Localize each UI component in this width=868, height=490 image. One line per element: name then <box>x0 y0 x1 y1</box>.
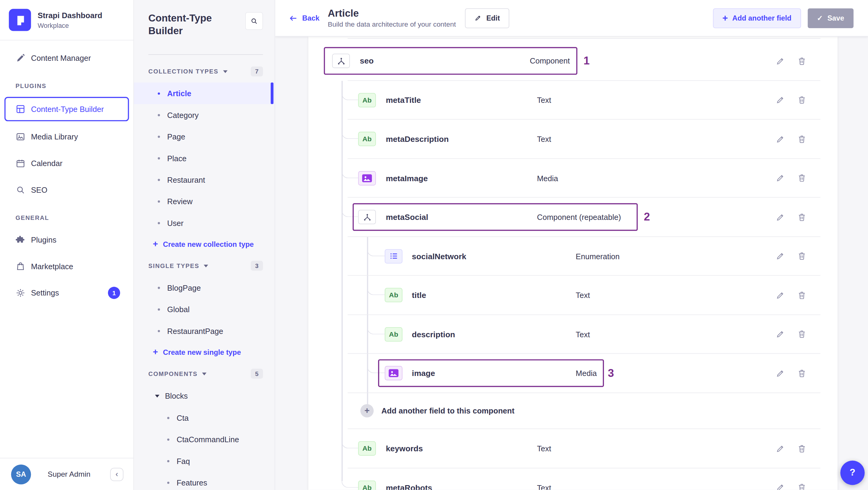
section-label: SINGLE TYPES <box>149 263 199 269</box>
edit-field-button[interactable] <box>773 327 787 341</box>
brand-text: Strapi Dashboard Workplace <box>37 11 102 29</box>
delete-field-button[interactable] <box>795 93 809 108</box>
sidebar-item-content-type-builder[interactable]: Content-Type Builder <box>4 97 129 121</box>
delete-field-button[interactable] <box>795 210 809 224</box>
pencil-icon <box>775 369 784 378</box>
back-link[interactable]: Back <box>289 13 319 22</box>
save-button[interactable]: ✓ Save <box>807 8 854 28</box>
add-field-label: Add another field <box>732 14 792 22</box>
edit-field-button[interactable] <box>773 171 787 185</box>
delete-field-button[interactable] <box>795 54 809 68</box>
type-item-restaurantpage[interactable]: RestaurantPage <box>134 320 275 341</box>
edit-field-button[interactable] <box>773 288 787 303</box>
bullet-icon <box>158 200 160 202</box>
pencil-icon <box>775 95 784 105</box>
delete-field-button[interactable] <box>795 366 809 380</box>
sidebar-item-settings[interactable]: Settings1 <box>0 279 133 306</box>
type-item-place[interactable]: Place <box>134 147 275 169</box>
sidebar-item-label: Content-Type Builder <box>31 105 104 114</box>
type-item-restaurant[interactable]: Restaurant <box>134 169 275 190</box>
edit-field-button[interactable] <box>773 93 787 108</box>
component-item-features[interactable]: Features <box>134 471 275 490</box>
bullet-icon <box>158 157 160 159</box>
trash-icon <box>797 212 806 222</box>
avatar[interactable]: SA <box>11 464 31 484</box>
search-button[interactable] <box>245 12 263 30</box>
bullet-icon <box>158 114 160 116</box>
field-row-seo: seoComponent1 <box>309 41 838 81</box>
image-icon <box>16 132 25 142</box>
chevron-down-icon <box>202 372 207 375</box>
help-button[interactable]: ? <box>840 461 865 485</box>
component-item-cta[interactable]: Cta <box>134 407 275 428</box>
edit-field-button[interactable] <box>773 366 787 380</box>
sidebar-item-plugins[interactable]: Plugins <box>0 226 133 253</box>
component-item-ctacommandline[interactable]: CtaCommandLine <box>134 429 275 450</box>
brand: Strapi Dashboard Workplace <box>0 0 133 40</box>
bullet-icon <box>167 417 169 419</box>
sidebar-item-content-manager[interactable]: Content Manager <box>0 45 133 71</box>
add-another-field-button[interactable]: + Add another field <box>713 8 801 28</box>
type-item-label: Global <box>167 305 190 314</box>
strapi-logo-icon[interactable] <box>9 9 31 31</box>
type-item-label: User <box>167 218 184 227</box>
type-item-page[interactable]: Page <box>134 125 275 147</box>
edit-field-button[interactable] <box>773 441 787 456</box>
delete-field-button[interactable] <box>795 132 809 146</box>
section-header-collection-types[interactable]: COLLECTION TYPES7 <box>134 61 275 83</box>
edit-button[interactable]: Edit <box>465 8 509 28</box>
field-name: metaRobots <box>386 483 432 490</box>
field-name: metaSocial <box>386 213 428 221</box>
section-header-components[interactable]: COMPONENTS5 <box>134 363 275 385</box>
edit-field-button[interactable] <box>773 132 787 146</box>
add-field-to-component-row[interactable]: +Add another field to this component <box>309 393 838 429</box>
field-type: Media <box>537 174 558 182</box>
plus-circle-icon[interactable]: + <box>361 404 374 418</box>
component-field-icon <box>332 54 350 68</box>
field-row-metarobots: AbmetaRobotsText <box>309 468 838 490</box>
pencil-icon <box>775 251 784 261</box>
component-category-blocks[interactable]: Blocks <box>134 385 275 407</box>
sidebar-item-seo[interactable]: SEO <box>0 177 133 203</box>
delete-field-button[interactable] <box>795 480 809 490</box>
annotation-number: 3 <box>608 367 614 379</box>
text-field-icon: Ab <box>358 132 376 146</box>
section-header-single-types[interactable]: SINGLE TYPES3 <box>134 255 275 277</box>
type-item-blogpage[interactable]: BlogPage <box>134 277 275 298</box>
delete-field-button[interactable] <box>795 171 809 185</box>
delete-field-button[interactable] <box>795 249 809 264</box>
sidebar-item-media-library[interactable]: Media Library <box>0 123 133 150</box>
sidebar-item-marketplace[interactable]: Marketplace <box>0 253 133 279</box>
bullet-icon <box>167 460 169 462</box>
type-item-category[interactable]: Category <box>134 104 275 125</box>
row-actions <box>773 288 809 303</box>
sidebar-item-calendar[interactable]: Calendar <box>0 150 133 177</box>
delete-field-button[interactable] <box>795 327 809 341</box>
delete-field-button[interactable] <box>795 441 809 456</box>
row-actions <box>773 480 809 490</box>
type-item-global[interactable]: Global <box>134 299 275 320</box>
page-title: Article <box>328 8 456 19</box>
row-actions <box>773 441 809 456</box>
create-new-collection-type-link[interactable]: +Create new collection type <box>134 234 275 255</box>
field-type: Component <box>530 57 570 65</box>
edit-field-button[interactable] <box>773 54 787 68</box>
type-item-user[interactable]: User <box>134 212 275 234</box>
collapse-sidebar-button[interactable]: ‹ <box>110 468 123 481</box>
main-sidebar: Strapi Dashboard Workplace Content Manag… <box>0 0 134 490</box>
field-row-image: imageMedia3 <box>309 354 838 393</box>
field-type: Text <box>537 96 551 104</box>
type-item-article[interactable]: Article <box>134 83 275 104</box>
pencil-icon <box>474 14 482 22</box>
edit-field-button[interactable] <box>773 249 787 264</box>
type-item-review[interactable]: Review <box>134 190 275 212</box>
component-item-faq[interactable]: Faq <box>134 450 275 471</box>
edit-field-button[interactable] <box>773 210 787 224</box>
edit-field-button[interactable] <box>773 480 787 490</box>
bullet-icon <box>167 438 169 440</box>
delete-field-button[interactable] <box>795 288 809 303</box>
create-new-single-type-link[interactable]: +Create new single type <box>134 341 275 363</box>
field-row-metadescription: AbmetaDescriptionText <box>309 120 838 158</box>
workspace-name: Workplace <box>37 21 102 29</box>
save-label: Save <box>828 14 844 22</box>
